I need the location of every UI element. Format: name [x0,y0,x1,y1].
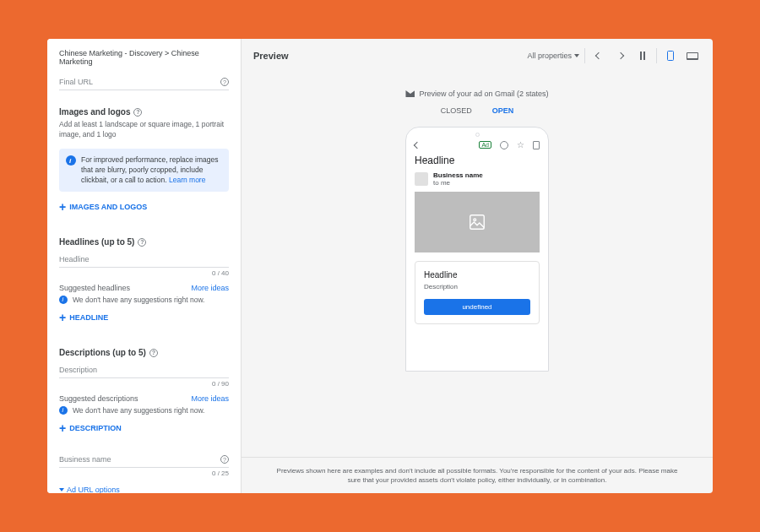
no-suggestions: We don't have any suggestions right now. [59,406,229,415]
avatar [415,172,428,186]
preview-header: Preview All properties [242,39,713,73]
desktop-view-button[interactable] [684,47,701,64]
info-box: For improved performance, replace images… [59,149,229,193]
learn-more-link[interactable]: Learn more [169,176,205,184]
business-name: Business name [433,171,483,179]
cta-button[interactable]: undefined [424,299,530,315]
images-sub: Add at least 1 landscape or square image… [59,120,229,140]
ad-badge: Ad [479,141,491,149]
phone-icon [667,51,674,61]
more-ideas-link[interactable]: More ideas [191,394,229,403]
star-icon: ☆ [517,140,524,149]
headline-counter: 0 / 40 [59,269,229,277]
phone-frame: Ad ☆ Headline Business name to me [405,127,549,372]
info-icon [59,406,68,415]
image-placeholder [415,192,540,252]
mobile-view-button[interactable] [662,47,679,64]
sugg-headlines-label: Suggested headlines [59,284,130,292]
tab-open[interactable]: OPEN [492,106,514,117]
add-images-button[interactable]: + Images and Logos [59,200,229,214]
preview-footer: Previews shown here are examples and don… [242,457,713,493]
help-icon[interactable]: ? [149,349,158,357]
final-url-label: Final URL [59,78,93,86]
sugg-desc-label: Suggested descriptions [59,394,138,403]
chevron-right-icon [617,52,624,59]
plus-icon: + [59,311,66,324]
plus-icon: + [59,200,66,214]
plus-icon: + [59,421,66,435]
trash-icon [533,141,540,149]
mail-headline: Headline [415,155,540,166]
preview-body: Preview of your ad on Gmail (2 states) C… [242,73,713,457]
help-icon[interactable]: ? [133,108,142,117]
help-icon[interactable]: ? [138,238,146,247]
to-me: to me [433,179,483,187]
all-properties-dropdown[interactable]: All properties [527,52,579,60]
ad-url-options[interactable]: Ad URL options [59,486,229,493]
app-frame: Chinese Marketing - Discovery > Chinese … [47,39,713,493]
info-icon [59,296,68,304]
card-headline: Headline [424,270,530,280]
description-counter: 0 / 90 [59,380,229,388]
final-url-field[interactable]: Final URL ? [59,73,229,90]
tab-closed[interactable]: CLOSED [441,106,472,117]
svg-point-1 [474,219,476,221]
back-arrow-icon [414,141,421,148]
phone-notch [475,133,480,137]
preview-title: Preview [253,51,289,61]
info-icon [500,141,508,149]
help-icon[interactable]: ? [220,455,229,464]
left-panel: Chinese Marketing - Discovery > Chinese … [47,39,242,493]
help-icon[interactable]: ? [220,78,229,86]
headline-input[interactable]: Headline [59,250,229,268]
headlines-title: Headlines (up to 5) ? [59,237,229,247]
ad-card: Headline Description undefined [415,261,540,324]
descriptions-title: Descriptions (up to 5) ? [59,348,229,357]
breadcrumb: Chinese Marketing - Discovery > Chinese … [47,39,241,73]
laptop-icon [687,52,698,60]
svg-rect-0 [470,215,485,230]
more-ideas-link[interactable]: More ideas [191,284,229,292]
chevron-down-icon [59,488,64,491]
preview-subtitle: Preview of your ad on Gmail (2 states) [405,90,548,98]
description-input[interactable]: Description [59,361,229,378]
state-tabs: CLOSED OPEN [441,106,514,117]
right-panel: Preview All properties Preview of your a… [242,39,713,493]
info-icon [66,155,76,166]
next-button[interactable] [612,47,629,64]
chevron-down-icon [574,54,579,57]
card-description: Description [424,283,530,290]
no-suggestions: We don't have any suggestions right now. [59,296,229,304]
mail-icon [405,90,415,97]
add-headline-button[interactable]: + Headline [59,311,229,324]
add-description-button[interactable]: + Description [59,421,229,435]
pause-icon [640,52,645,60]
chevron-left-icon [595,52,602,59]
prev-button[interactable] [590,47,607,64]
business-counter: 0 / 25 [59,470,229,477]
images-title: Images and logos ? [59,107,229,117]
business-name-input[interactable]: Business name ? [59,450,229,468]
pause-button[interactable] [634,47,651,64]
